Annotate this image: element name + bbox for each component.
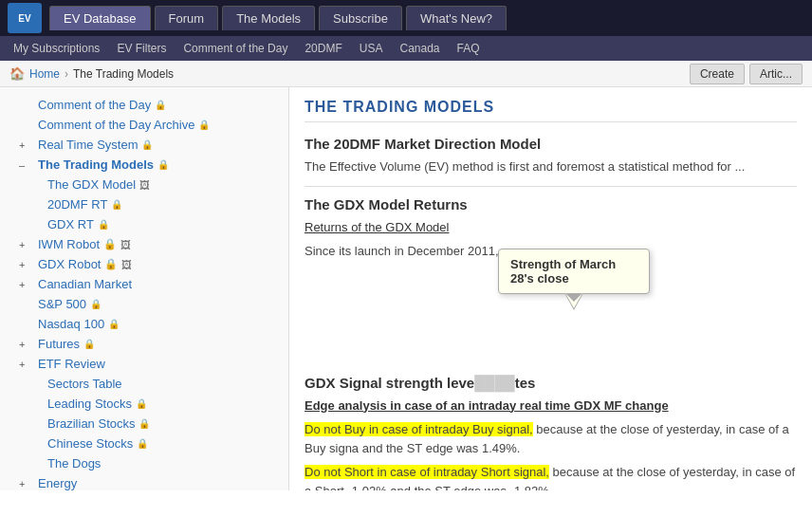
sidebar-link-canadian[interactable]: Canadian Market [38,277,132,291]
sidebar-link-chinese-stocks[interactable]: Chinese Stocks [47,436,133,451]
line2: Do not Short in case of intraday Short s… [304,463,797,490]
sidebar-item-energy[interactable]: + Energy [0,473,288,490]
logo[interactable]: EV [8,3,42,33]
page-title: THE TRADING MODELS [304,99,797,122]
sidebar-link-sp500[interactable]: S&P 500 [38,297,86,311]
home-icon: 🏠 [9,66,25,81]
sidebar-link-comment-archive[interactable]: Comment of the Day Archive [38,118,194,132]
sidebar-link-futures[interactable]: Futures [38,337,80,351]
breadcrumb-current: The Trading Models [73,67,174,81]
lock-icon-trading: 🔒 [157,159,169,170]
sidebar-link-leading-stocks[interactable]: Leading Stocks [47,397,132,411]
sidebar-item-etf-review[interactable]: + ETF Review [0,354,288,374]
expander-icon-futures: + [19,339,30,350]
sidebar-item-nasdaq[interactable]: Nasdaq 100 🔒 [0,314,288,334]
sidebar-item-gdx-rt[interactable]: GDX RT 🔒 [0,214,288,234]
secondary-nav: My Subscriptions EV Filters Comment of t… [0,36,812,61]
nav-tab-whatsnew[interactable]: What's New? [406,6,507,30]
sidebar-link-gdx-model[interactable]: The GDX Model [47,177,136,192]
svg-marker-1 [565,293,582,308]
nav-tab-subscribe[interactable]: Subscribe [319,6,402,30]
sidebar: Comment of the Day 🔒 Comment of the Day … [0,87,289,490]
sec-link-subscriptions[interactable]: My Subscriptions [6,40,107,57]
nav-tab-ev-database[interactable]: EV Database [49,6,151,30]
sidebar-item-20dmf-rt[interactable]: 20DMF RT 🔒 [0,194,288,214]
section1-heading: The 20DMF Market Direction Model [304,136,797,152]
expander-icon-trading: – [19,159,30,171]
lock-icon-gdxrt: 🔒 [98,219,109,230]
sidebar-link-brazilian-stocks[interactable]: Brazilian Stocks [47,416,135,431]
section2-subheading[interactable]: Returns of the GDX Model [304,220,449,234]
img-icon-gdxrobot: 🖼 [121,259,132,270]
sidebar-item-chinese-stocks[interactable]: Chinese Stocks 🔒 [0,434,288,453]
sidebar-item-sectors-table[interactable]: Sectors Table [0,374,288,394]
lock-icon-sp500: 🔒 [90,299,102,309]
lock-icon-brazilian: 🔒 [138,418,150,429]
lock-icon-iwm: 🔒 [103,238,117,250]
sec-link-comment[interactable]: Comment of the Day [175,40,295,57]
highlight-line1: Do not Buy in case of intraday Buy signa… [304,422,533,436]
sec-link-20dmf[interactable]: 20DMF [297,40,349,57]
sec-link-usa[interactable]: USA [352,40,391,57]
expander-icon-etf: + [19,359,30,370]
sidebar-item-comment-archive[interactable]: Comment of the Day Archive 🔒 [0,115,288,135]
sidebar-item-sp500[interactable]: S&P 500 🔒 [0,294,288,314]
sidebar-link-the-dogs[interactable]: The Dogs [47,456,101,471]
nav-tab-forum[interactable]: Forum [155,6,219,30]
sidebar-link-nasdaq[interactable]: Nasdaq 100 [38,317,104,331]
sidebar-link-real-time[interactable]: Real Time System [38,138,138,152]
nav-tab-models[interactable]: The Models [222,6,315,30]
callout-arrow [564,293,583,310]
sidebar-item-comment-day[interactable]: Comment of the Day 🔒 [0,95,288,115]
sidebar-item-gdx-model[interactable]: The GDX Model 🖼 [0,175,288,194]
lock-icon-chinese: 🔒 [137,438,148,449]
content-area: THE TRADING MODELS The 20DMF Market Dire… [289,87,812,490]
img-icon-gdx: 🖼 [139,179,150,191]
article-button[interactable]: Artic... [749,64,803,84]
sidebar-item-futures[interactable]: + Futures 🔒 [0,334,288,354]
sidebar-item-canadian[interactable]: + Canadian Market [0,274,288,294]
svg-marker-0 [564,293,583,310]
main-layout: Comment of the Day 🔒 Comment of the Day … [0,87,812,490]
sidebar-link-iwm-robot[interactable]: IWM Robot [38,237,100,251]
sidebar-item-leading-stocks[interactable]: Leading Stocks 🔒 [0,394,288,414]
expander-icon-gdxrobot: + [19,259,30,270]
sidebar-link-gdx-rt[interactable]: GDX RT [47,217,94,231]
sidebar-link-comment-day[interactable]: Comment of the Day [38,98,151,112]
sidebar-item-trading-models[interactable]: – The Trading Models 🔒 [0,155,288,175]
sidebar-item-real-time[interactable]: + Real Time System 🔒 [0,135,288,155]
callout-box: Strength of March 28's close [498,249,650,294]
sidebar-item-brazilian-stocks[interactable]: Brazilian Stocks 🔒 [0,414,288,434]
create-button[interactable]: Create [690,64,745,84]
section1-body: The Effective Volume (EV) method is firs… [304,157,797,176]
edge-label: Edge analysis in case of an intraday rea… [304,398,669,413]
sidebar-link-sectors-table[interactable]: Sectors Table [47,377,122,391]
sec-link-canada[interactable]: Canada [392,40,447,57]
breadcrumb-home[interactable]: Home [29,67,60,81]
section3-heading: GDX Signal strength leve████tes [304,375,797,391]
lock-icon-nasdaq: 🔒 [108,319,120,329]
sidebar-link-gdx-robot[interactable]: GDX Robot [38,257,101,271]
sec-link-filters[interactable]: EV Filters [109,40,174,57]
expander-icon-energy: + [19,478,30,489]
breadcrumb: 🏠 Home › The Trading Models [9,66,174,81]
sidebar-link-20dmf-rt[interactable]: 20DMF RT [47,197,107,212]
divider1 [304,186,797,187]
section2-heading: The GDX Model Returns [304,196,797,212]
sec-link-faq[interactable]: FAQ [450,40,488,57]
sidebar-item-gdx-robot[interactable]: + GDX Robot 🔒 🖼 [0,254,288,274]
callout-text: Strength of March 28's close [510,257,616,286]
section3-wrapper: GDX Signal strength leve████tes Edge ana… [304,375,797,491]
lock-icon-real-time: 🔒 [141,139,153,150]
sidebar-link-trading-models[interactable]: The Trading Models [38,157,154,172]
lock-icon-gdxrobot: 🔒 [104,258,118,270]
sidebar-link-etf-review[interactable]: ETF Review [38,357,105,371]
lock-icon-futures: 🔒 [83,339,95,349]
sidebar-item-iwm-robot[interactable]: + IWM Robot 🔒 🖼 [0,234,288,254]
top-nav-bar: EV EV Database Forum The Models Subscrib… [0,0,812,36]
breadcrumb-sep: › [65,67,68,81]
expander-icon-canadian: + [19,279,30,290]
expander-icon-iwm: + [19,239,30,250]
sidebar-link-energy[interactable]: Energy [38,476,77,490]
sidebar-item-the-dogs[interactable]: The Dogs [0,453,288,473]
